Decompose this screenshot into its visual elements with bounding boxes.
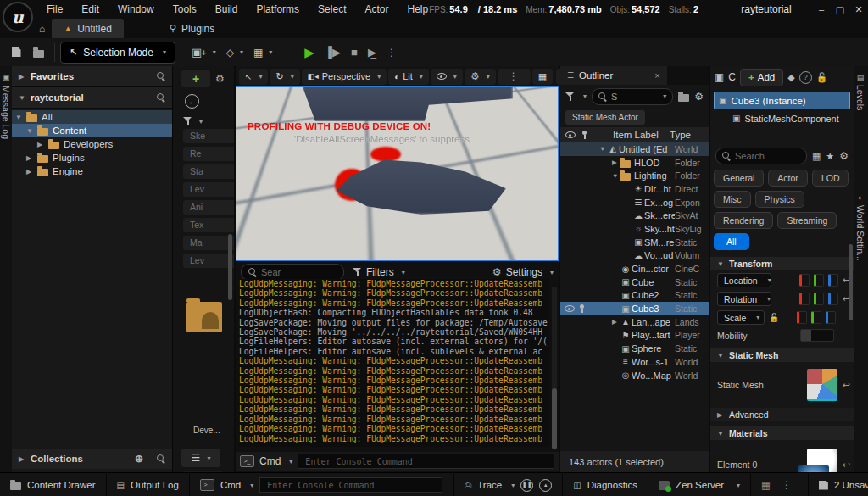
folder-thumbnail[interactable] <box>186 302 222 332</box>
viewport-layout-icon[interactable]: ▦ <box>532 69 553 85</box>
category-chip-general[interactable]: General <box>714 170 764 187</box>
visibility-column-icon[interactable] <box>565 131 576 138</box>
z-value-field[interactable] <box>828 274 838 287</box>
cmd-label[interactable]: Cmd <box>259 455 281 467</box>
output-log-button[interactable]: ▤ Output Log <box>107 473 190 496</box>
outliner-settings-icon[interactable]: ⚙ <box>694 91 704 103</box>
cmd-dropdown[interactable]: >_ Cmd ▾ Enter Console Command <box>190 473 453 496</box>
outliner-row-cube[interactable]: ▣CubeStatic <box>560 276 709 289</box>
project-header[interactable]: ▼ rayteutorial <box>12 87 172 109</box>
mobility-selector[interactable] <box>800 329 834 342</box>
outliner-row-untitled-ed[interactable]: ▼◭Untitled (EdWorld <box>560 142 709 156</box>
x-value-field[interactable] <box>799 274 810 287</box>
view-options-button[interactable]: ☰▾ <box>181 449 220 467</box>
add-actor-dropdown[interactable]: ▣+▾ <box>186 42 221 63</box>
outliner-row-ex-og[interactable]: ☰Ex...ogExpon <box>560 196 709 209</box>
log-settings-dropdown[interactable]: ⚙Settings▾ <box>492 266 554 278</box>
menu-edit[interactable]: Edit <box>72 0 108 19</box>
menu-actor[interactable]: Actor <box>355 0 398 19</box>
stop-icon[interactable]: ■ <box>351 46 358 59</box>
cinematics-dropdown[interactable]: ▦▾ <box>248 42 277 63</box>
menu-platforms[interactable]: Platforms <box>247 0 309 19</box>
asset-filter-ani[interactable]: Ani <box>183 200 234 215</box>
selection-mode-dropdown[interactable]: ↖ Selection Mode ▾ <box>60 42 175 64</box>
collections-header[interactable]: ▶ Collections ⊕ <box>12 449 172 469</box>
minimize-button[interactable]: – <box>812 4 831 14</box>
new-folder-icon[interactable] <box>678 94 689 102</box>
outliner-row-play-tart[interactable]: ⚑Play...tartPlayer <box>560 329 709 343</box>
scale-dropdown[interactable]: Scale▾ <box>717 310 765 325</box>
viewport-3d-scene[interactable]: PROFILING WITH DEBUG DEVICE ON! 'Disable… <box>236 86 559 261</box>
insights-button[interactable]: ▦ ⋮ <box>751 473 809 496</box>
reset-icon[interactable]: ↩ <box>843 380 850 391</box>
category-chip-physics[interactable]: Physics <box>755 191 804 208</box>
status-console-input[interactable]: Enter Console Command <box>259 477 442 493</box>
outliner-row-wor-s-1[interactable]: ≡Wor...s-1World <box>560 355 709 369</box>
category-chip-all[interactable]: All <box>714 233 749 250</box>
content-browser-icon[interactable] <box>27 42 49 63</box>
outliner-tab[interactable]: ☰ Outliner × <box>560 66 667 85</box>
blueprint-icon[interactable]: ◆ <box>787 72 794 83</box>
category-chip-lod[interactable]: LOD <box>812 170 849 187</box>
play-icon[interactable]: ▶ <box>304 45 314 60</box>
tab-plugins[interactable]: ⚲ Plugins <box>158 19 226 38</box>
viewport-more-icon[interactable]: ⋮ <box>498 69 531 85</box>
menu-window[interactable]: Window <box>108 0 164 19</box>
rotation-dropdown[interactable]: Rotation▾ <box>717 292 771 306</box>
console-command-input[interactable]: Enter Console Command <box>298 454 554 469</box>
show-flags-dropdown[interactable]: ▾ <box>431 69 463 85</box>
outliner-row-cube3[interactable]: ▣Cube3Static <box>560 302 709 315</box>
skip-icon[interactable]: ▐▶ <box>325 46 341 59</box>
outliner-row-cube2[interactable]: ▣Cube2Static <box>560 289 709 303</box>
x-value-field[interactable] <box>797 311 807 324</box>
asset-filter-tex[interactable]: Tex <box>183 218 234 232</box>
tree-item-plugins[interactable]: ▶Plugins <box>12 151 172 164</box>
type-column[interactable]: Type <box>670 130 704 140</box>
favorites-star-icon[interactable]: ★ <box>826 151 834 162</box>
diagnostics-button[interactable]: ◫ Diagnostics <box>563 473 648 496</box>
z-value-field[interactable] <box>828 293 838 305</box>
unsaved-button[interactable]: 2 Unsaved <box>809 473 868 496</box>
cmd-chevron-icon[interactable]: ▾ <box>289 458 292 465</box>
levels-tab[interactable]: ▤ Levels <box>855 73 865 110</box>
component-row-root[interactable]: ▣ Cube3 (Instance) <box>714 92 850 109</box>
search-icon[interactable] <box>157 72 165 81</box>
lit-dropdown[interactable]: ◐Lit▾ <box>388 69 429 85</box>
gear-icon[interactable]: ⚙ <box>215 73 225 85</box>
menu-file[interactable]: File <box>37 0 72 19</box>
asset-filter-lev[interactable]: Lev <box>183 254 234 268</box>
more-icon[interactable]: ⋮ <box>782 479 793 491</box>
outliner-row-lighting[interactable]: ▼LightingFolder <box>560 169 709 182</box>
z-value-field[interactable] <box>826 311 836 324</box>
category-chip-streaming[interactable]: Streaming <box>777 212 837 229</box>
log-vscrollbar-thumb[interactable] <box>552 388 557 449</box>
location-dropdown[interactable]: Location▾ <box>717 273 771 287</box>
maximize-button[interactable]: ▢ <box>831 4 849 15</box>
perspective-dropdown[interactable]: ◧◂Perspective▾ <box>302 69 387 85</box>
save-icon[interactable] <box>5 42 27 63</box>
log-lines[interactable]: LogUdpMessaging: Warning: FUdpMessagePro… <box>239 279 549 447</box>
display-options-icon[interactable]: ▦ <box>812 151 821 162</box>
zen-server-dropdown[interactable]: Zen Server ▾ <box>648 473 751 496</box>
outliner-row-sphere[interactable]: ▣SphereStatic <box>560 342 709 355</box>
outliner-row-hlod[interactable]: ▶HLODFolder <box>560 156 709 170</box>
asset-filter-ske[interactable]: Ske <box>183 129 234 143</box>
pin-column-icon[interactable] <box>582 131 587 140</box>
blueprints-dropdown[interactable]: ◇▾ <box>221 42 248 63</box>
material-thumbnail-partial[interactable] <box>798 465 829 472</box>
world-settings-tab[interactable]: ◐ World Settin... <box>855 193 865 261</box>
lock-icon[interactable]: 🔓 <box>769 313 779 322</box>
play-options-icon[interactable]: ⋮ <box>387 47 398 59</box>
add-collection-icon[interactable]: ⊕ <box>135 453 143 465</box>
viewport-mode-dropdown[interactable]: ↖▾ <box>239 69 268 85</box>
y-value-field[interactable] <box>814 274 824 287</box>
details-scrollbar-thumb[interactable] <box>849 244 853 320</box>
favorites-header[interactable]: ▶ Favorites <box>12 66 172 87</box>
filters-icon[interactable]: ▾ <box>183 117 234 125</box>
home-icon[interactable]: ⌂ <box>39 23 45 35</box>
menu-build[interactable]: Build <box>206 0 248 19</box>
category-chip-actor[interactable]: Actor <box>768 170 808 187</box>
viewport-settings-dropdown[interactable]: ⚙▾ <box>465 69 496 85</box>
red-sphere-far[interactable] <box>370 147 401 162</box>
add-asset-button[interactable]: + <box>181 70 210 87</box>
